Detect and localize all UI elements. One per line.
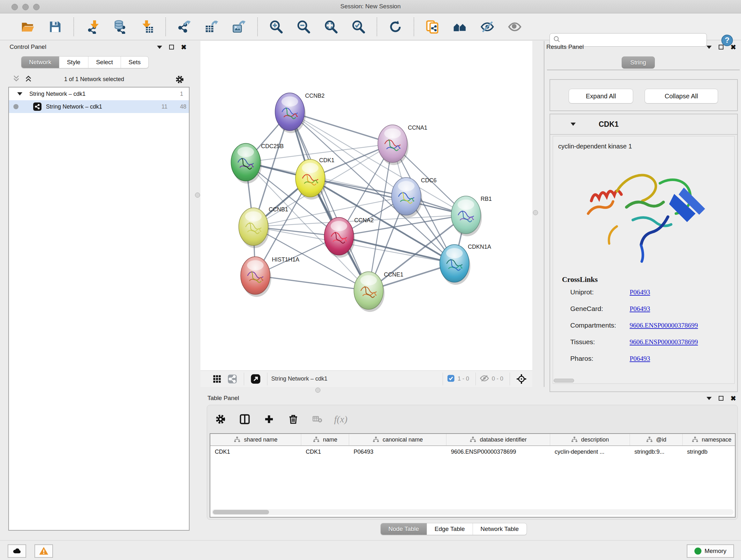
crosslink-value-link[interactable]: P06493	[630, 355, 650, 363]
graph-node-CCNB2[interactable]: CCNB2	[275, 92, 325, 133]
control-panel-menu-icon[interactable]	[157, 46, 162, 49]
gene-section-header[interactable]: CDK1	[550, 114, 737, 135]
graph-node-HIST1H1A[interactable]: HIST1H1A	[241, 256, 299, 297]
cell-shared-name[interactable]: CDK1	[210, 446, 301, 457]
network-row-selected[interactable]: String Network – cdk1 11 48	[9, 100, 189, 113]
table-settings-gear-icon[interactable]	[213, 412, 228, 427]
string-view-icon[interactable]	[225, 371, 240, 387]
table-panel-float-icon[interactable]	[719, 396, 724, 401]
show-all-eye-gray-icon[interactable]	[506, 18, 524, 36]
cloud-button[interactable]	[8, 544, 26, 558]
zoom-in-icon[interactable]	[267, 18, 285, 36]
graph-edge-CCNA2-CDKN1A[interactable]	[339, 236, 455, 263]
table-row[interactable]: CDK1CDK1P064939606.ENSP00000378699cyclin…	[210, 446, 735, 457]
graph-node-CDC6[interactable]: CDC6	[392, 177, 436, 218]
graph-node-RB1[interactable]: RB1	[451, 196, 492, 236]
results-panel-float-icon[interactable]	[719, 45, 724, 50]
scrollbar-thumb[interactable]	[213, 510, 269, 514]
column-header-description[interactable]: description	[550, 434, 630, 445]
crosslink-value-link[interactable]: P06493	[630, 288, 650, 296]
tab-select[interactable]: Select	[88, 57, 121, 68]
cell-canonical-name[interactable]: P06493	[349, 446, 447, 457]
graph-node-CCNA1[interactable]: CCNA1	[378, 125, 427, 165]
import-network-file-icon[interactable]	[83, 18, 101, 36]
graph-node-CDK1[interactable]: CDK1	[295, 157, 334, 199]
crosslink-label: Tissues:	[570, 338, 595, 346]
export-network-icon[interactable]	[175, 18, 193, 36]
graph-edge-HIST1H1A-CCNE1[interactable]	[255, 275, 368, 291]
column-header--id[interactable]: @id	[630, 434, 683, 445]
tab-node-table[interactable]: Node Table	[381, 523, 427, 535]
open-session-icon[interactable]	[19, 18, 37, 36]
cell--id[interactable]: stringdb:9...	[630, 446, 683, 457]
selected-checkbox-icon[interactable]	[447, 374, 455, 384]
tab-edge-table[interactable]: Edge Table	[427, 523, 473, 535]
cell-database-identifier[interactable]: 9606.ENSP00000378699	[447, 446, 550, 457]
network-collection-row[interactable]: String Network – cdk1 1	[9, 87, 189, 100]
graph-node-CCNA2[interactable]: CCNA2	[324, 217, 374, 258]
apply-function-fx-icon[interactable]: f(x)	[334, 414, 347, 425]
cell-description[interactable]: cyclin-dependent ...	[550, 446, 630, 457]
tab-network[interactable]: Network	[21, 57, 59, 68]
column-header-namespace[interactable]: namespace	[683, 434, 736, 445]
right-splitter[interactable]	[532, 41, 544, 393]
gene-collapse-icon[interactable]	[570, 123, 576, 126]
delete-table-icon[interactable]	[310, 412, 325, 427]
table-horizontal-scrollbar[interactable]	[212, 509, 734, 515]
expand-all-chevrons-icon[interactable]	[24, 74, 32, 84]
column-header-name[interactable]: name	[301, 434, 349, 445]
crosslink-value-link[interactable]: 9606.ENSP00000378699	[630, 321, 698, 329]
zoom-fit-icon[interactable]	[322, 18, 340, 36]
show-columns-icon[interactable]	[237, 412, 253, 427]
table-panel-menu-icon[interactable]	[706, 397, 712, 400]
export-image-icon[interactable]	[230, 18, 248, 36]
crosslink-value-link[interactable]: P06493	[630, 305, 650, 313]
collapse-all-button[interactable]: Collapse All	[645, 89, 718, 104]
search-input[interactable]	[561, 37, 706, 44]
results-panel-menu-icon[interactable]	[706, 46, 712, 49]
save-session-icon[interactable]	[46, 18, 64, 36]
import-table-file-icon[interactable]	[138, 18, 156, 36]
fit-selected-crosshair-icon[interactable]	[514, 371, 529, 387]
column-header-database-identifier[interactable]: database identifier	[447, 434, 550, 445]
add-column-plus-icon[interactable]	[261, 412, 277, 427]
left-splitter[interactable]	[195, 41, 200, 387]
network-overview-houses-icon[interactable]	[451, 18, 469, 36]
tab-style[interactable]: Style	[59, 57, 88, 68]
crosslink-value-link[interactable]: 9606.ENSP00000378699	[630, 338, 698, 346]
column-header-shared-name[interactable]: shared name	[210, 434, 301, 445]
expand-all-button[interactable]: Expand All	[569, 89, 633, 104]
birds-eye-grid-icon[interactable]	[209, 371, 225, 387]
refresh-view-icon[interactable]	[387, 18, 404, 36]
cell-name[interactable]: CDK1	[301, 446, 349, 457]
graph-node-CDKN1A[interactable]: CDKN1A	[440, 244, 491, 285]
memory-button[interactable]: Memory	[687, 544, 734, 558]
network-canvas[interactable]: CCNB2CCNA1CDC25BCDK1CDC6RB1CCNB1CCNA2CDK…	[200, 41, 532, 370]
cell-namespace[interactable]: stringdb	[683, 446, 736, 457]
hidden-eye-icon[interactable]	[480, 374, 489, 384]
delete-column-trash-icon[interactable]	[286, 412, 301, 427]
warnings-button[interactable]	[35, 544, 53, 558]
zoom-selected-icon[interactable]	[349, 18, 367, 36]
control-panel-close-icon[interactable]: ✖	[181, 45, 187, 50]
control-panel-float-icon[interactable]	[169, 45, 174, 50]
duplicate-network-icon[interactable]	[423, 18, 441, 36]
network-options-gear-icon[interactable]	[175, 75, 185, 85]
tab-sets[interactable]: Sets	[121, 57, 148, 68]
graph-edge-CCNB2-CCNE1[interactable]	[290, 112, 368, 291]
open-in-window-icon[interactable]	[248, 371, 263, 387]
graph-edge-CDK1-RB1[interactable]	[310, 178, 466, 215]
export-table-icon[interactable]	[203, 18, 220, 36]
results-tab-string[interactable]: String	[622, 57, 655, 69]
import-network-database-icon[interactable]	[111, 18, 129, 36]
tree-disclosure-icon[interactable]	[17, 92, 22, 96]
graph-node-CCNE1[interactable]: CCNE1	[354, 271, 403, 312]
table-panel-close-icon[interactable]: ✖	[731, 396, 736, 401]
hide-selected-eye-icon[interactable]	[478, 18, 496, 36]
results-scrollbar-thumb[interactable]	[554, 379, 574, 382]
column-header-canonical-name[interactable]: canonical name	[349, 434, 447, 445]
zoom-out-icon[interactable]	[294, 18, 313, 36]
results-panel-close-icon[interactable]: ✖	[731, 45, 736, 50]
tab-network-table[interactable]: Network Table	[473, 523, 527, 535]
collapse-all-chevrons-icon[interactable]	[12, 74, 20, 84]
